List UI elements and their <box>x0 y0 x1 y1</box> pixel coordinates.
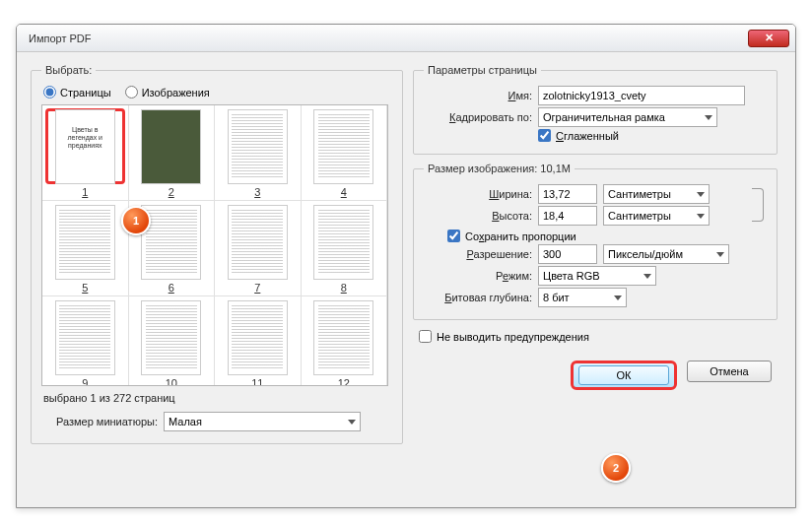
name-input[interactable]: zolotnicky1913_cvety <box>538 86 745 105</box>
select-legend: Выбрать: <box>41 64 96 76</box>
depth-select[interactable]: 8 бит <box>538 288 627 307</box>
radio-images-input[interactable] <box>125 86 138 98</box>
smooth-checkbox[interactable]: Сглаженный <box>538 129 619 142</box>
resolution-label: Разрешение: <box>424 248 532 260</box>
page-params-legend: Параметры страницы <box>424 64 541 76</box>
thumb-12[interactable]: 12 <box>302 296 388 386</box>
chevron-down-icon <box>705 115 712 120</box>
chevron-down-icon <box>614 295 622 300</box>
height-label: Высота: <box>424 210 532 222</box>
cancel-button[interactable]: Отмена <box>687 361 772 382</box>
selection-status: выбрано 1 из 272 страниц <box>43 392 390 404</box>
page-params-group: Параметры страницы Имя:zolotnicky1913_cv… <box>413 64 778 155</box>
select-group: Выбрать: Страницы Изображения Цветы в ле… <box>31 64 403 444</box>
radio-pages[interactable]: Страницы <box>43 86 111 98</box>
close-button[interactable]: ✕ <box>748 30 789 47</box>
thumb-7[interactable]: 7 <box>215 201 302 296</box>
annotation-badge-1: 1 <box>121 206 151 235</box>
name-label: Имя: <box>424 90 532 101</box>
ok-button[interactable]: ОК <box>571 361 677 390</box>
thumbnail-grid[interactable]: Цветы в легендах и преданиях 1 2 3 4 5 6… <box>41 104 388 386</box>
depth-label: Битовая глубина: <box>424 292 532 303</box>
image-size-group: Размер изображения: 10,1M Ширина:13,72Са… <box>413 163 778 320</box>
thumb-5[interactable]: 5 <box>42 201 129 296</box>
thumb-3[interactable]: 3 <box>215 105 302 201</box>
radio-pages-input[interactable] <box>43 86 56 98</box>
thumb-10[interactable]: 10 <box>129 296 216 386</box>
radio-images[interactable]: Изображения <box>125 86 210 98</box>
thumb-8[interactable]: 8 <box>302 201 388 296</box>
link-icon[interactable] <box>752 188 764 222</box>
window-title: Импорт PDF <box>23 33 92 44</box>
import-pdf-dialog: Импорт PDF ✕ Выбрать: Страницы Изображен… <box>16 24 796 508</box>
thumb-9[interactable]: 9 <box>42 296 129 386</box>
chevron-down-icon <box>716 252 724 257</box>
thumb-size-select[interactable]: Малая <box>164 412 361 431</box>
width-input[interactable]: 13,72 <box>538 184 597 204</box>
thumb-2[interactable]: 2 <box>129 105 216 201</box>
width-label: Ширина: <box>424 188 532 200</box>
thumb-4[interactable]: 4 <box>302 105 388 201</box>
mode-label: Режим: <box>424 270 532 282</box>
height-input[interactable]: 18,4 <box>538 206 597 226</box>
chevron-down-icon <box>697 192 705 197</box>
thumb-11[interactable]: 11 <box>215 296 302 386</box>
chevron-down-icon <box>643 274 651 279</box>
image-size-legend: Размер изображения: 10,1M <box>424 163 575 174</box>
width-unit-select[interactable]: Сантиметры <box>603 184 710 204</box>
titlebar: Импорт PDF ✕ <box>17 25 795 52</box>
crop-label: Кадрировать по: <box>424 111 532 123</box>
suppress-warnings-checkbox[interactable]: Не выводить предупреждения <box>419 330 589 343</box>
thumb-size-label: Размер миниатюры: <box>41 416 158 427</box>
height-unit-select[interactable]: Сантиметры <box>603 206 710 226</box>
resolution-input[interactable]: 300 <box>538 244 597 264</box>
mode-select[interactable]: Цвета RGB <box>538 266 656 286</box>
constrain-checkbox[interactable]: Сохранить пропорции <box>447 230 576 242</box>
close-icon: ✕ <box>765 32 774 44</box>
chevron-down-icon <box>697 214 705 219</box>
thumb-1[interactable]: Цветы в легендах и преданиях 1 <box>42 105 129 201</box>
crop-select[interactable]: Ограничительная рамка <box>538 107 717 127</box>
annotation-badge-2: 2 <box>601 453 631 483</box>
resolution-unit-select[interactable]: Пикселы/дюйм <box>603 244 729 264</box>
chevron-down-icon <box>348 420 356 425</box>
